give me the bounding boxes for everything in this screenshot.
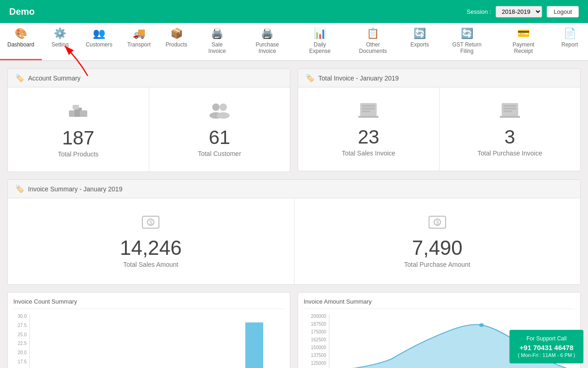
total-sales-invoice-label: Total Sales Invoice <box>342 150 396 157</box>
svg-point-6 <box>220 104 227 111</box>
total-purchase-invoice-label: Total Purchase Invoice <box>477 150 542 157</box>
nav-label-dashboard: Dashboard <box>7 41 34 48</box>
total-customer-label: Total Customer <box>198 150 241 157</box>
purchase-invoice-icon: 🖨️ <box>261 28 273 40</box>
setting-icon: ⚙️ <box>54 28 66 40</box>
account-summary-card: 🏷️ Account Summary 187 <box>7 69 290 172</box>
svg-rect-10 <box>362 105 375 107</box>
nav-item-products[interactable]: 📦 Products <box>158 23 195 60</box>
purchase-money-icon: $ <box>428 214 447 233</box>
nav-item-report[interactable]: 📄 Report <box>551 23 588 60</box>
total-purchase-invoice-value: 3 <box>504 127 515 147</box>
sales-invoice-stat-icon <box>358 101 379 123</box>
total-purchase-invoice-cell: 3 Total Purchase Invoice <box>440 87 581 171</box>
app-header: Demo Session : 2018-2019 2019-2020 Logou… <box>0 0 588 23</box>
count-chart-bars <box>29 314 284 368</box>
invoice-count-chart-section: Invoice Count Summary 30.0 27.5 25.0 22.… <box>7 292 290 368</box>
nav-label-purchase-invoice: Purchase Invoice <box>248 41 287 54</box>
account-summary-stats: 187 Total Products 61 <box>8 87 290 172</box>
nav-label-setting: Setting <box>51 41 68 48</box>
invoice-count-chart-area: 30.0 27.5 25.0 22.5 20.0 17.5 15.0 <box>13 314 284 368</box>
svg-rect-11 <box>362 108 375 109</box>
account-summary-section: 🏷️ Account Summary 187 <box>7 69 290 179</box>
header-right: Session : 2018-2019 2019-2020 Logout <box>467 6 579 17</box>
invoice-summary-card: 🏷️ Invoice Summary - January 2019 $ 14,2… <box>7 179 581 285</box>
support-phone: +91 70431 46478 <box>518 344 575 351</box>
products-icon: 📦 <box>170 28 183 40</box>
account-summary-header: 🏷️ Account Summary <box>8 69 290 87</box>
nav-label-payment-receipt: Payment Receipt <box>504 41 543 54</box>
nav-item-sale-invoice[interactable]: 🖨️ Sale Invoice <box>195 23 239 60</box>
account-summary-title: Account Summary <box>28 75 80 82</box>
nav-item-transport[interactable]: 🚚 Transport <box>120 23 158 60</box>
gst-return-filing-icon: 🔄 <box>461 28 473 40</box>
nav-item-gst-return-filing[interactable]: 🔄 GST Return Filing <box>438 23 496 60</box>
nav-label-gst-return-filing: GST Return Filing <box>447 41 487 54</box>
total-purchase-amount-label: Total Purchase Amount <box>404 261 470 268</box>
purchase-invoice-stat-icon <box>500 101 520 123</box>
main-nav: 🎨 Dashboard ⚙️ Setting 👥 Customers 🚚 Tra… <box>0 23 588 61</box>
invoice-count-chart-card: Invoice Count Summary 30.0 27.5 25.0 22.… <box>7 292 290 368</box>
total-sales-invoice-value: 23 <box>358 127 379 147</box>
total-customer-value: 61 <box>209 128 230 147</box>
invoice-summary-header: 🏷️ Invoice Summary - January 2019 <box>8 180 580 198</box>
total-purchase-amount-cell: $ 7,490 Total Purchase Amount <box>294 198 581 284</box>
logout-button[interactable]: Logout <box>547 6 579 17</box>
total-sales-amount-value: 14,246 <box>120 238 182 258</box>
svg-text:$: $ <box>436 219 439 226</box>
payment-receipt-icon: 💳 <box>517 28 530 40</box>
svg-point-8 <box>217 112 230 119</box>
invoice-summary-stats: $ 14,246 Total Sales Amount $ 7,490 Tota… <box>8 198 580 284</box>
nav-label-products: Products <box>165 41 187 48</box>
nav-item-payment-receipt[interactable]: 💳 Payment Receipt <box>496 23 551 60</box>
svg-rect-4 <box>73 105 79 109</box>
svg-rect-16 <box>503 108 516 109</box>
invoice-count-chart-title: Invoice Count Summary <box>13 298 284 309</box>
support-title: For Support Call <box>518 335 575 342</box>
nav-label-sale-invoice: Sale Invoice <box>203 41 231 54</box>
bookmark-icon: 🏷️ <box>15 74 24 82</box>
svg-rect-3 <box>80 110 87 117</box>
customer-stat-icon <box>208 102 232 123</box>
nav-item-dashboard[interactable]: 🎨 Dashboard <box>0 23 42 60</box>
report-icon: 📄 <box>564 28 576 40</box>
support-popup: For Support Call +91 70431 46478 ( Mon-F… <box>509 330 583 363</box>
nav-label-other-documents: Other Documents <box>353 41 393 54</box>
products-stat-icon <box>67 101 89 124</box>
nav-label-exports: Exports <box>410 41 429 48</box>
support-hours: ( Mon-Fri : 11AM - 6 PM ) <box>518 352 575 358</box>
total-sales-amount-cell: $ 14,246 Total Sales Amount <box>8 198 294 284</box>
bar-12 <box>245 322 263 368</box>
total-invoice-card: 🏷️ Total Invoice - January 2019 <box>298 69 581 171</box>
nav-item-purchase-invoice[interactable]: 🖨️ Purchase Invoice <box>239 23 295 60</box>
invoice-amount-chart-title: Invoice Amount Summary <box>304 298 575 309</box>
nav-label-report: Report <box>561 41 578 48</box>
svg-rect-17 <box>503 110 512 112</box>
total-products-value: 187 <box>62 128 94 148</box>
bookmark-icon-3: 🏷️ <box>15 184 24 193</box>
main-content: 🏷️ Account Summary 187 <box>0 61 588 368</box>
total-products-label: Total Products <box>58 150 99 158</box>
exports-icon: 🔄 <box>413 28 426 40</box>
sales-money-icon: $ <box>141 214 160 233</box>
svg-rect-13 <box>358 116 379 118</box>
total-sales-amount-label: Total Sales Amount <box>123 261 178 268</box>
svg-rect-12 <box>362 110 370 112</box>
nav-item-setting[interactable]: ⚙️ Setting <box>42 23 79 60</box>
nav-item-daily-expense[interactable]: 📊 Daily Expense <box>295 23 345 60</box>
total-customer-cell: 61 Total Customer <box>149 88 290 171</box>
nav-item-customers[interactable]: 👥 Customers <box>79 23 120 60</box>
session-label: Session : <box>467 8 491 15</box>
svg-text:$: $ <box>149 219 153 226</box>
nav-item-exports[interactable]: 🔄 Exports <box>401 23 438 60</box>
total-invoice-title: Total Invoice - January 2019 <box>318 75 399 82</box>
total-products-cell: 187 Total Products <box>8 87 149 172</box>
dashboard-icon: 🎨 <box>15 28 27 40</box>
app-title: Demo <box>9 6 35 17</box>
charts-row: Invoice Count Summary 30.0 27.5 25.0 22.… <box>7 292 581 368</box>
nav-item-other-documents[interactable]: 📋 Other Documents <box>345 23 401 60</box>
session-select[interactable]: 2018-2019 2019-2020 <box>496 6 542 17</box>
nav-label-transport: Transport <box>127 41 151 48</box>
total-invoice-stats: 23 Total Sales Invoice <box>298 87 580 171</box>
customers-icon: 👥 <box>93 28 105 40</box>
